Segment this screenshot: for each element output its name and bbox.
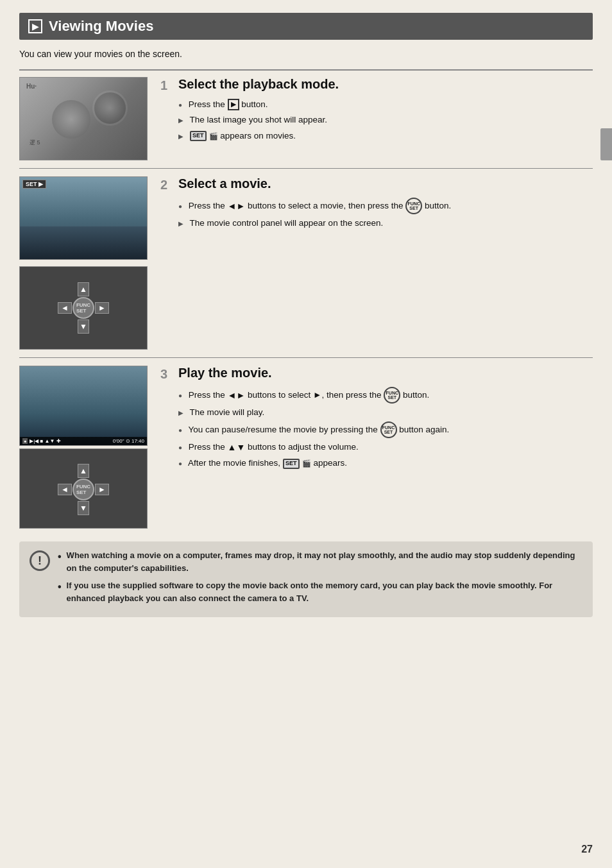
step-3-number: 3 bbox=[160, 367, 173, 382]
note-box: ! When watching a movie on a computer, f… bbox=[19, 541, 593, 617]
dpad-right: ► bbox=[95, 302, 109, 314]
dpad-left-2: ◄ bbox=[58, 484, 72, 495]
dpad-left: ◄ bbox=[58, 302, 72, 314]
step-3-bullets: Press the ◄► buttons to select ►, then p… bbox=[178, 387, 593, 470]
note-bullet-1: When watching a movie on a computer, fra… bbox=[58, 549, 582, 574]
page-container: ▶ Viewing Movies You can view your movie… bbox=[0, 0, 612, 868]
step-1-content: 1 Select the playback mode. Press the ▶ … bbox=[160, 77, 593, 145]
step-3-bullet-2: The movie will play. bbox=[178, 406, 593, 419]
intro-text: You can view your movies on the screen. bbox=[19, 49, 593, 59]
dpad-up: ▲ bbox=[78, 282, 89, 296]
step-2-content: 2 Select a movie. Press the ◄► buttons t… bbox=[160, 176, 593, 232]
page-title: Viewing Movies bbox=[49, 18, 153, 35]
step-1-number: 1 bbox=[160, 78, 173, 93]
step-3-image-2: ◄ ► ▲ ▼ FUNCSET bbox=[19, 448, 148, 529]
step-3-images: ● ▶|◀ ■ ▲▼ ✚ 0'00" ⊙ 17:40 ◄ bbox=[19, 366, 148, 529]
step-2-bullets: Press the ◄► buttons to select a movie, … bbox=[178, 198, 593, 230]
dpad-up-2: ▲ bbox=[78, 464, 89, 478]
set-badge-3: SET bbox=[283, 459, 300, 469]
separator-2 bbox=[19, 357, 593, 358]
dpad-row: ◄ ► ▲ ▼ FUNCSET bbox=[19, 266, 593, 350]
dpad-right-2: ► bbox=[95, 484, 109, 495]
step-3-bullet-5: After the movie finishes, SET 🎬 appears. bbox=[178, 457, 593, 470]
dpad-down-2: ▼ bbox=[78, 501, 89, 515]
updown-buttons-icon: ▲▼ bbox=[228, 441, 246, 454]
note-bullet-2: If you use the supplied software to copy… bbox=[58, 579, 582, 604]
step-3-row: ● ▶|◀ ■ ▲▼ ✚ 0'00" ⊙ 17:40 ◄ bbox=[19, 366, 593, 529]
dpad-graphic-2: ◄ ► ▲ ▼ FUNCSET bbox=[58, 464, 109, 515]
set-badge-1: SET bbox=[190, 131, 207, 141]
page-number: 27 bbox=[581, 844, 593, 855]
step-1-bullet-2: The last image you shot will appear. bbox=[178, 114, 593, 126]
page-header: ▶ Viewing Movies bbox=[19, 13, 593, 40]
step-1-bullet-1: Press the ▶ button. bbox=[178, 98, 593, 111]
playback-button-icon: ▶ bbox=[228, 99, 239, 110]
step-2-number: 2 bbox=[160, 178, 173, 192]
dpad-image: ◄ ► ▲ ▼ FUNCSET bbox=[19, 266, 148, 350]
func-set-btn-3: FUNCSET bbox=[384, 387, 400, 404]
step-2-image: SET ▶ bbox=[19, 176, 148, 260]
set-badge-overlay: SET ▶ bbox=[22, 180, 46, 189]
step-1-title: Select the playback mode. bbox=[178, 77, 339, 92]
func-set-btn-2: FUNCSET bbox=[405, 198, 422, 214]
content-area: Hu· 逻 5 1 Select the playback mode. Pres… bbox=[19, 69, 593, 617]
step-3-image-1: ● ▶|◀ ■ ▲▼ ✚ 0'00" ⊙ 17:40 bbox=[19, 366, 148, 446]
step-2-bullet-1: Press the ◄► buttons to select a movie, … bbox=[178, 198, 593, 214]
step-3-bullet-1: Press the ◄► buttons to select ►, then p… bbox=[178, 387, 593, 404]
step-3-content: 3 Play the movie. Press the ◄► buttons t… bbox=[160, 366, 593, 473]
right-tab bbox=[600, 128, 612, 160]
step-2-row: SET ▶ 2 Select a movie. Press the ◄► but… bbox=[19, 176, 593, 260]
dpad-down: ▼ bbox=[78, 319, 89, 334]
step-2-title: Select a movie. bbox=[178, 176, 271, 191]
step-3-bullet-3: You can pause/resume the movie by pressi… bbox=[178, 421, 593, 438]
step-1-bullets: Press the ▶ button. The last image you s… bbox=[178, 98, 593, 142]
step-3-bullet-4: Press the ▲▼ buttons to adjust the volum… bbox=[178, 441, 593, 454]
warning-icon: ! bbox=[30, 550, 50, 571]
step-2-bullet-2: The movie control panel will appear on t… bbox=[178, 217, 593, 230]
dpad-center-2: FUNCSET bbox=[72, 479, 94, 500]
header-play-icon: ▶ bbox=[28, 19, 42, 33]
step-1-row: Hu· 逻 5 1 Select the playback mode. Pres… bbox=[19, 77, 593, 160]
dpad-graphic: ◄ ► ▲ ▼ FUNCSET bbox=[58, 282, 109, 334]
step-1-image: Hu· 逻 5 bbox=[19, 77, 148, 160]
func-set-btn-3b: FUNCSET bbox=[380, 421, 397, 438]
lr-buttons-icon-2: ◄► bbox=[228, 200, 246, 213]
step-3-title: Play the movie. bbox=[178, 366, 272, 380]
lr-buttons-icon-3: ◄► bbox=[228, 389, 246, 402]
dpad-center: FUNCSET bbox=[72, 297, 94, 319]
step-1-bullet-3: SET 🎬 appears on movies. bbox=[178, 130, 593, 142]
note-content: When watching a movie on a computer, fra… bbox=[58, 549, 582, 609]
separator-1 bbox=[19, 168, 593, 169]
